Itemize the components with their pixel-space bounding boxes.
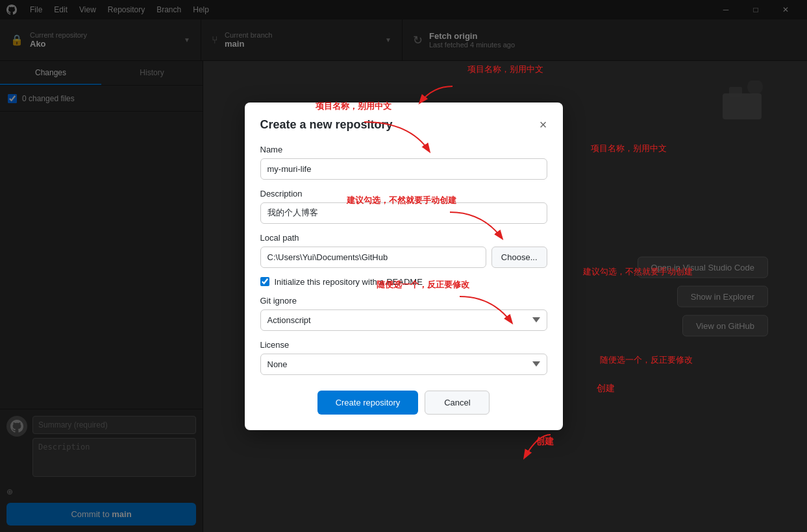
license-field-group: License None MIT License Apache License … (260, 340, 547, 375)
annotation-path-text: 建议勾选，不然就要手动创建 (583, 266, 693, 278)
annotation-name-text: 项目名称，别用中文 (591, 143, 667, 154)
annotation-create-ext: 创建 (536, 436, 554, 448)
create-repo-dialog: 项目名称，别用中文 Create a new repository × Name… (245, 103, 563, 430)
arrow-name (407, 83, 459, 109)
annotation-name: 项目名称，别用中文 (467, 64, 543, 75)
local-path-label: Local path (260, 233, 547, 243)
gitignore-label: Git ignore (260, 296, 547, 306)
cancel-button[interactable]: Cancel (425, 391, 490, 415)
readme-label: Initialize this repository with a README (275, 277, 423, 287)
name-label: Name (260, 145, 547, 154)
description-field-group: Description (260, 189, 547, 224)
description-input[interactable] (260, 202, 547, 224)
dialog-title: Create a new repository (260, 118, 393, 132)
create-repository-button[interactable]: Create repository (317, 391, 419, 415)
local-path-input[interactable] (260, 247, 486, 268)
gitignore-field-group: Git ignore None Actionscript Android C C… (260, 296, 547, 331)
dialog-overlay: 项目名称，别用中文 Create a new repository × Name… (0, 0, 807, 532)
dialog-close-button[interactable]: × (540, 118, 547, 131)
local-path-row: Choose... (260, 247, 547, 268)
annotation-gitignore-text: 随便选一个，反正要修改 (600, 354, 693, 366)
gitignore-select[interactable]: None Actionscript Android C C++ Java Nod… (260, 309, 547, 331)
name-input[interactable] (260, 158, 547, 180)
license-select[interactable]: None MIT License Apache License 2.0 GNU … (260, 354, 547, 375)
annotation-create-text: 创建 (597, 383, 615, 394)
choose-button[interactable]: Choose... (491, 247, 547, 268)
dialog-header: Create a new repository × (260, 118, 547, 132)
arrow-create-ext (518, 431, 570, 464)
description-label: Description (260, 189, 547, 199)
readme-checkbox[interactable] (260, 277, 269, 286)
license-label: License (260, 340, 547, 350)
readme-checkbox-row: Initialize this repository with a README (260, 277, 547, 287)
local-path-field-group: Local path Choose... (260, 233, 547, 268)
name-field-group: Name (260, 145, 547, 180)
dialog-footer: Create repository Cancel (260, 391, 547, 415)
